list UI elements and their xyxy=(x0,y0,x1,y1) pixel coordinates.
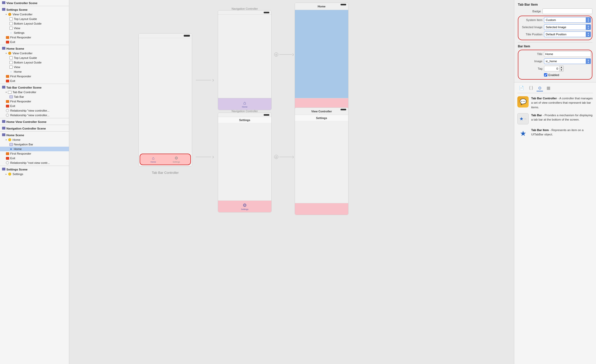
bar-item-group: Title Image ic_home ▲▼ Tag xyxy=(518,50,592,80)
info-tab-bracket[interactable]: { } xyxy=(528,85,535,91)
inspector-panel: Tab Bar Item Badge System Item Custom ▲▼ xyxy=(514,0,596,364)
enabled-checkbox[interactable] xyxy=(544,73,547,77)
tab-bar-title: Tab Bar xyxy=(531,114,542,117)
status-bar-2 xyxy=(264,12,269,13)
tab-bar-controller-icon: 💬 xyxy=(517,96,529,108)
sidebar-item-exit3[interactable]: Exit xyxy=(0,104,69,108)
tag-stepper: ▲ ▼ xyxy=(544,66,564,72)
tag-increment[interactable]: ▲ xyxy=(559,66,563,69)
red-rect-icon-3 xyxy=(6,104,9,108)
sidebar-item-rel3[interactable]: Relationship "root view contr... xyxy=(0,160,69,165)
sidebar-section-settings-scene[interactable]: Settings Scene xyxy=(0,7,69,12)
settings-vc-frame: View Controller Settings xyxy=(295,108,348,215)
title-position-select[interactable]: Default Position xyxy=(544,31,591,37)
sidebar-item-home-back[interactable]: ‹ Home xyxy=(0,69,69,74)
title-position-select-wrapper[interactable]: Default Position ▲▼ xyxy=(544,31,591,37)
sidebar-item-vc1[interactable]: ▾ View Controller xyxy=(0,12,69,17)
sidebar-item-blg2[interactable]: Bottom Layout Guide xyxy=(0,60,69,65)
sidebar-item-exit2[interactable]: Exit xyxy=(0,79,69,83)
info-tab-circle[interactable]: ⊙ xyxy=(537,85,543,91)
nav-controller-label-1: Navigation Controller xyxy=(218,7,272,10)
sidebar-item-nav-bar[interactable]: Navigation Bar xyxy=(0,142,69,147)
bar-item-title-input[interactable] xyxy=(544,51,591,57)
sidebar-item-fr4[interactable]: First Responder xyxy=(0,151,69,156)
circle-outline-icon-2 xyxy=(6,113,9,117)
red-rect-icon-2 xyxy=(6,79,9,83)
settings-vc-content xyxy=(295,121,348,203)
tag-decrement[interactable]: ▼ xyxy=(559,69,563,71)
status-bar-3 xyxy=(341,4,346,5)
sidebar-section-tab-bar-controller-scene[interactable]: Tab Bar Controller Scene xyxy=(0,84,69,90)
sidebar-item-rel2[interactable]: Relationship "view controller... xyxy=(0,113,69,117)
sidebar-item-tlg1[interactable]: Top Layout Guide xyxy=(0,17,69,21)
sidebar-section-home-vc-scene[interactable]: Home View Controller Scene xyxy=(0,119,69,124)
sidebar-item-tlg2[interactable]: Top Layout Guide xyxy=(0,56,69,60)
title-position-row: Title Position Default Position ▲▼ xyxy=(519,31,591,37)
square-icon-2 xyxy=(9,22,13,25)
sidebar-item-vc2[interactable]: ▾ View Controller xyxy=(0,51,69,56)
tag-input[interactable] xyxy=(544,66,559,71)
sidebar-item-view1[interactable]: View xyxy=(0,26,69,30)
settings-nav-title: Settings xyxy=(239,119,250,122)
sidebar-item-fr2[interactable]: First Responder xyxy=(0,74,69,79)
badge-input[interactable] xyxy=(542,8,592,14)
tab-bar-controller-emoji: 💬 xyxy=(520,99,527,105)
info-tab-file[interactable]: 📄 xyxy=(517,85,526,91)
arrow-line-2 xyxy=(196,157,211,157)
bar-item-image-row: Image ic_home ▲▼ xyxy=(519,58,591,64)
square-icon-4 xyxy=(9,56,13,60)
sidebar-section-settings-scene-2[interactable]: Settings Scene xyxy=(0,166,69,172)
sidebar-item-exit4[interactable]: Exit xyxy=(0,156,69,160)
grid-icon-3 xyxy=(2,47,5,50)
sidebar-item-fr3[interactable]: First Responder xyxy=(0,99,69,104)
arrow-nav1-to-home: ⊖ › xyxy=(274,51,294,58)
sidebar-item-home2[interactable]: ▾ Home xyxy=(0,137,69,142)
square-icon-3 xyxy=(9,26,13,30)
sidebar-item-settings2[interactable]: ▸ Settings xyxy=(0,172,69,176)
system-item-select[interactable]: Custom xyxy=(544,17,591,23)
bar-item-image-select[interactable]: ic_home xyxy=(544,58,591,64)
sidebar-item-tab-bar[interactable]: Tab Bar xyxy=(0,94,69,99)
sidebar-item-exit1[interactable]: Exit xyxy=(0,40,69,44)
tab-item-home-highlighted[interactable]: ⌂ Home xyxy=(150,156,156,163)
sidebar-item-tab-bar-controller[interactable]: ▾ Tab Bar Controller xyxy=(0,90,69,94)
grid-icon-2 xyxy=(2,8,5,11)
bar-item-image-select-wrapper[interactable]: ic_home ▲▼ xyxy=(544,58,591,64)
sidebar-item-view2[interactable]: View xyxy=(0,65,69,69)
bar-item-title-row: Title xyxy=(519,51,591,57)
info-tab-grid[interactable]: ▦ xyxy=(545,85,552,91)
sidebar-item-fr1[interactable]: First Responder xyxy=(0,35,69,40)
sidebar-item-settings-back[interactable]: ‹ Settings xyxy=(0,30,69,35)
tab-item-settings-highlighted[interactable]: ⚙ Settings xyxy=(173,156,180,163)
chevron-down-icon-4: ▾ xyxy=(6,139,7,141)
bar-item-title-label: Title xyxy=(519,52,542,56)
arrow-line-1 xyxy=(196,80,211,80)
square-icon-1 xyxy=(9,17,13,21)
system-item-select-wrapper[interactable]: Custom ▲▼ xyxy=(544,17,591,23)
info-entry-tab-bar-item: ★ Tab Bar Item - Represents an item on a… xyxy=(517,128,593,139)
sidebar-section-home-scene-1[interactable]: Home Scene xyxy=(0,46,69,51)
sidebar-item-rel1[interactable]: Relationship "view controller... xyxy=(0,108,69,113)
bar-item-title: Bar Item xyxy=(518,45,592,48)
info-panel: 📄 { } ⊙ ▦ 💬 Tab Bar Controller - A contr… xyxy=(514,82,596,364)
selected-image-select[interactable]: Selected Image xyxy=(544,24,591,30)
enabled-label: Enabled xyxy=(548,73,559,77)
nav-controller-frame-2: Settings ⚙ Settings xyxy=(218,113,272,212)
red-rect-icon-4 xyxy=(6,156,9,160)
sidebar-section-home-scene-2[interactable]: Home Scene xyxy=(0,132,69,137)
tab-bar-item-title: Tab Bar Item xyxy=(531,129,549,132)
bar-item-section: Bar Item Title Image ic_home ▲▼ xyxy=(518,42,592,80)
tab-bar-item-star-icon: ★ xyxy=(520,129,526,138)
sidebar-section-nav-controller-scene[interactable]: Navigation Controller Scene xyxy=(0,125,69,131)
orange-rect-icon-2 xyxy=(6,74,9,78)
grid-icon-5 xyxy=(2,120,5,123)
sidebar-item-home-star[interactable]: ★ Home xyxy=(0,147,69,151)
nav-controller-label-2: Navigation Controller xyxy=(218,110,272,113)
orange-rect-icon-3 xyxy=(6,100,9,103)
sidebar-section-view-controller-scene[interactable]: View Controller Scene xyxy=(0,0,69,5)
sidebar-item-blg1[interactable]: Bottom Layout Guide xyxy=(0,21,69,26)
enabled-row: Enabled xyxy=(519,73,591,77)
status-bar-1 xyxy=(184,35,190,37)
info-entry-tab-bar: ★ ··· Tab Bar - Provides a mechanism for… xyxy=(517,113,593,124)
selected-image-select-wrapper[interactable]: Selected Image ▲▼ xyxy=(544,24,591,30)
